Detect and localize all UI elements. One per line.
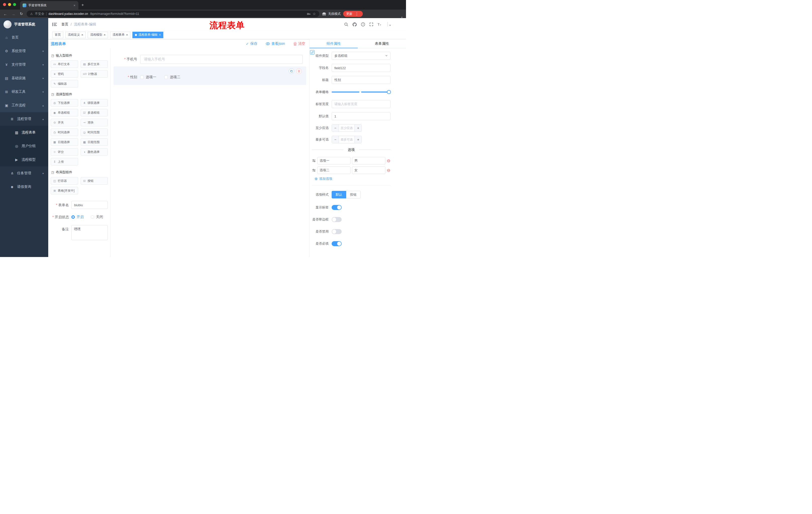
sidebar-item-devtools[interactable]: ⊞ 研发工具 ▾ [0,85,48,99]
label-width-input[interactable]: 请输入标签宽度 [331,100,390,108]
palette-item-checkbox-group[interactable]: ☑多选框组 [81,109,108,116]
tab-component-props[interactable]: 组件属性 [310,39,358,48]
style-default-button[interactable]: 默认 [331,191,346,198]
palette-item-row-container[interactable]: ◫行容器 [51,177,78,185]
checkbox-box-icon[interactable] [140,76,144,79]
view-json-button[interactable]: 查看json [266,42,285,46]
palette-item-time-picker[interactable]: ◷时间选择 [51,129,78,136]
tag-process-form[interactable]: 流程表单 × [110,32,130,38]
password-key-icon[interactable] [307,12,311,16]
show-label-toggle[interactable] [331,205,342,210]
back-icon[interactable]: ← [2,12,8,16]
form-name-input[interactable]: biubiu [71,201,108,209]
required-toggle[interactable] [331,241,342,246]
sidebar-item-payment[interactable]: ¥ 支付管理 ▾ [0,58,48,72]
reload-icon[interactable]: ↻ [19,11,24,16]
palette-item-date-range[interactable]: ▩日期范围 [81,138,108,146]
palette-item-radio-group[interactable]: ◉单选框组 [51,109,78,116]
update-button[interactable]: 更新 ⋮ [343,11,363,17]
sidebar-item-system[interactable]: ⚙ 系统管理 ▾ [0,44,48,58]
tag-close-icon[interactable]: × [104,33,106,37]
tag-close-icon[interactable]: × [81,33,83,37]
form-grid-slider[interactable] [331,88,390,96]
option-name-input[interactable]: 选项二 [317,166,350,174]
drag-handle-icon[interactable] [312,169,316,172]
palette-item-rate[interactable]: ☆评分 [51,148,78,156]
sidebar-item-user-group[interactable]: ◎ 用户分组 [0,139,48,153]
sidebar-item-infrastructure[interactable]: ▤ 基础设施 ▾ [0,72,48,85]
palette-item-editor[interactable]: ✎编辑器 [51,80,78,87]
tag-close-icon[interactable]: × [159,33,161,37]
palette-item-button[interactable]: ⊡按钮 [81,177,108,185]
browser-tab[interactable]: 芋道管理系统 × [20,1,78,9]
tag-process-form-edit[interactable]: 流程表单-编辑 × [133,32,163,38]
form-remark-textarea[interactable]: 嘿嘿 [71,225,108,240]
bookmark-star-icon[interactable]: ☆ [313,12,316,16]
breadcrumb-home[interactable]: 首页 [61,22,68,27]
checkbox-option-1[interactable]: 选项一 [140,75,156,79]
fullscreen-icon[interactable] [369,22,373,26]
drag-handle-icon[interactable] [312,159,316,162]
tag-process-definition[interactable]: 流程定义 × [65,32,86,38]
remove-option-icon[interactable]: ⊖ [387,168,390,172]
minus-icon[interactable]: − [332,125,339,132]
palette-item-single-text[interactable]: ▭单行文本 [51,60,78,68]
slider-track[interactable] [331,91,390,92]
minus-icon[interactable]: − [332,136,339,143]
user-avatar-wrap[interactable]: ▼ [387,22,388,27]
tab-form-props[interactable]: 表单属性 [358,39,406,48]
title-input[interactable]: 性别 [331,76,390,84]
plus-icon[interactable]: + [354,125,361,132]
canvas-field-phone[interactable]: 手机号 请输入手机号 [114,52,306,66]
radio-status-on[interactable]: 开启 [71,215,84,219]
palette-item-multi-text[interactable]: ▤多行文本 [81,60,108,68]
tag-home[interactable]: 首页 [52,32,63,38]
sidebar-item-home[interactable]: ⌂ 首页 [0,31,48,44]
save-button[interactable]: ✓ 保存 [246,42,258,46]
minimize-window-button[interactable] [8,3,11,6]
browser-menu-kebab-icon[interactable]: ⋮ [354,11,360,16]
sidebar-item-process-form[interactable]: ▥ 流程表单 [0,126,48,139]
palette-item-upload[interactable]: ↥上传 [51,158,78,165]
sidebar-logo[interactable]: 芋道管理系统 [0,18,48,31]
sidebar-item-leave-query[interactable]: ☻ 请假查询 [0,180,48,194]
github-icon[interactable] [352,22,357,27]
new-tab-button[interactable]: + [78,2,87,9]
palette-item-counter[interactable]: 123计数器 [81,70,108,78]
checkbox-box-icon[interactable] [164,76,168,79]
palette-item-slider[interactable]: ⊸滑块 [81,119,108,126]
add-option-button[interactable]: ⊕ 添加选项 [315,177,390,181]
slider-handle[interactable] [387,90,391,94]
palette-item-date-picker[interactable]: ▦日期选择 [51,138,78,146]
sidebar-item-process-model[interactable]: ▶ 流程模型 [0,153,48,166]
sidebar-item-process-management[interactable]: ≣ 流程管理 ▴ [0,112,48,126]
max-select-value[interactable]: 最多可选 [339,136,354,143]
address-bar[interactable]: ⚠ 不安全 dashboard.yudao.iocoder.cn/bpm/man… [27,10,319,17]
tab-close-icon[interactable]: × [73,3,76,7]
component-type-select[interactable]: 多选框组 [331,52,390,60]
default-value-input[interactable]: 1 [331,112,390,120]
remove-option-icon[interactable]: ⊖ [387,159,390,163]
forward-icon[interactable]: → [10,12,16,16]
avatar[interactable] [387,22,388,27]
checkbox-option-2[interactable]: 选项二 [164,75,180,79]
style-button-button[interactable]: 按钮 [346,191,360,198]
palette-item-time-range[interactable]: ◶时间范围 [81,129,108,136]
option-value-input[interactable]: 男 [352,157,385,164]
palette-item-switch[interactable]: ⊙开关 [51,119,78,126]
link-icon[interactable] [310,50,315,55]
clear-button[interactable]: 清空 [293,42,305,46]
search-icon[interactable] [344,22,348,26]
sidebar-item-workflow[interactable]: ▣ 工作流程 ▴ [0,99,48,112]
disabled-toggle[interactable] [331,229,342,234]
radio-status-off[interactable]: 关闭 [91,215,103,219]
palette-item-table[interactable]: ⊞表格[开发中] [51,187,78,194]
palette-item-password[interactable]: ∗密码 [51,70,78,78]
copy-component-button[interactable] [289,69,294,74]
help-icon[interactable]: ? [361,22,365,26]
option-name-input[interactable]: 选项一 [317,157,350,164]
font-size-icon[interactable]: TT [378,23,382,26]
option-value-input[interactable]: 女 [352,166,385,174]
min-select-value[interactable]: 至少应选 [339,125,354,132]
phone-input[interactable]: 请输入手机号 [140,55,303,64]
